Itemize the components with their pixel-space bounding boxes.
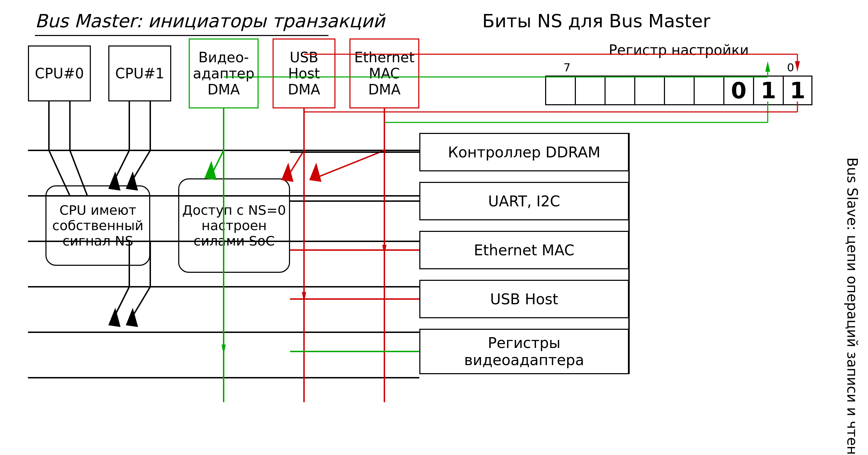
diagram: Bus Master: инициаторы транзакций Биты N… [0,0,868,455]
slave-ddram: Контроллер DDRAM [419,133,629,171]
svg-line-18 [112,287,129,322]
svg-marker-55 [222,344,226,355]
reg-idx-blank1 [571,61,600,74]
reg-cell-0b: 1 [753,76,783,105]
reg-cell-7 [545,76,575,105]
svg-marker-53 [302,292,306,303]
reg-cell-6 [575,76,605,105]
reg-idx-0: 0 [787,61,794,74]
svg-line-38 [314,150,384,178]
reg-cell-5 [605,76,634,105]
svg-marker-25 [204,161,217,180]
title-underline [35,35,328,36]
access-ns-box: Доступ с NS=0 настроен силами SoC [178,178,290,273]
slave-video-reg: Регистры видеоадаптера [419,329,629,374]
box-cpu0: CPU#0 [28,45,91,101]
reg-idx-blank5 [689,61,719,74]
reg-indices: 7 0 [560,61,798,74]
slave-uart: UART, I2C [419,182,629,220]
bus-slave-label: Bus Slave: цепи операций записи и чтения [844,157,860,402]
reg-cell-4 [634,76,664,105]
svg-line-14 [112,150,129,185]
reg-cell-0a: 1 [783,76,812,105]
svg-line-31 [287,150,304,178]
box-usb-dma: USB Host DMA [273,38,335,108]
reg-cells: 0 1 1 [545,76,812,105]
cpu-ns-box: CPU имеют собственный сигнал NS [45,185,150,266]
svg-line-19 [129,287,150,322]
reg-idx-7: 7 [564,61,571,74]
svg-marker-51 [382,245,386,255]
svg-line-24 [210,150,224,178]
reg-idx-blank2 [600,61,630,74]
bus-slave-label-container: Bus Slave: цепи операций записи и чтения [838,140,866,420]
svg-marker-21 [126,308,138,327]
box-cpu1: CPU#1 [108,45,171,101]
slave-eth-mac: Ethernet MAC [419,231,629,269]
reg-cell-2 [694,76,723,105]
reg-idx-blank4 [660,61,689,74]
box-video-dma: Видео- адаптер DMA [189,38,259,108]
reg-idx-blank3 [630,61,660,74]
svg-marker-39 [309,163,321,182]
svg-line-15 [129,150,150,185]
slave-usb-host: USB Host [419,280,629,318]
title-left: Bus Master: инициаторы транзакций [35,10,385,31]
register-container: Регистр настройки 7 0 0 1 1 [545,42,812,105]
reg-cell-3 [664,76,694,105]
box-eth-dma: Ethernet MAC DMA [349,38,419,108]
reg-title: Регистр настройки [609,42,749,58]
svg-marker-20 [108,308,121,327]
reg-cell-1: 0 [723,76,753,105]
title-right: Биты NS для Bus Master [482,10,710,31]
